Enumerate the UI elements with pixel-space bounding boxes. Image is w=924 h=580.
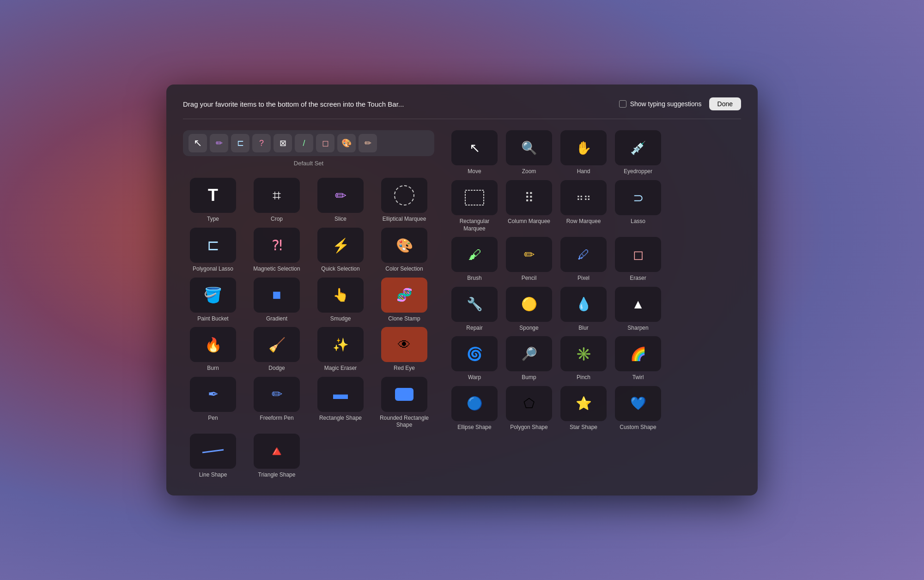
- zoom-label: Zoom: [522, 168, 536, 175]
- tool-crop[interactable]: ⌗ Crop: [247, 178, 307, 223]
- ds-eraser-icon: ◻: [316, 134, 334, 152]
- move-icon-box: ↖: [451, 130, 498, 165]
- tool-custom-shape[interactable]: 💙 Custom Shape: [613, 386, 663, 431]
- clone-stamp-icon-box: 🧬: [381, 278, 427, 313]
- clone-stamp-label: Clone Stamp: [388, 315, 420, 323]
- tool-sharpen[interactable]: ▲ Sharpen: [613, 287, 663, 332]
- tool-triangle-shape[interactable]: 🔺 Triangle Shape: [247, 434, 307, 479]
- pinch-label: Pinch: [577, 374, 590, 381]
- clone-stamp-icon: 🧬: [396, 287, 413, 302]
- tool-paint-bucket[interactable]: 🪣 Paint Bucket: [183, 278, 243, 323]
- ds-pencil-icon: ✏: [210, 134, 228, 152]
- twirl-icon: 🌈: [630, 346, 646, 362]
- tool-pixel[interactable]: 🖊 Pixel: [558, 237, 609, 282]
- tool-warp[interactable]: 🌀 Warp: [449, 336, 500, 381]
- magic-eraser-icon: ✨: [333, 337, 349, 352]
- sponge-icon: 🟡: [521, 296, 537, 312]
- rectangular-marquee-icon: [451, 180, 498, 215]
- tool-elliptical-marquee[interactable]: Elliptical Marquee: [374, 178, 434, 223]
- type-icon-box: T: [190, 178, 236, 213]
- tool-color-selection[interactable]: 🎨 Color Selection: [374, 228, 434, 273]
- crop-label: Crop: [271, 216, 283, 223]
- pen-icon: ✒: [208, 387, 219, 402]
- triangle-shape-icon: 🔺: [267, 442, 286, 460]
- tool-hand[interactable]: ✋ Hand: [558, 130, 609, 175]
- tool-eraser[interactable]: ◻ Eraser: [613, 237, 663, 282]
- tool-red-eye[interactable]: 👁 Red Eye: [374, 327, 434, 372]
- tool-freeform-pen[interactable]: ✏ Freeform Pen: [247, 377, 307, 429]
- typing-suggestions-toggle[interactable]: Show typing suggestions: [619, 100, 702, 108]
- tool-line-shape[interactable]: Line Shape: [183, 434, 243, 479]
- tool-smudge[interactable]: 👆 Smudge: [310, 278, 371, 323]
- sharpen-icon-box: ▲: [615, 287, 661, 322]
- tool-type[interactable]: T Type: [183, 178, 243, 223]
- typing-suggestions-checkbox[interactable]: [619, 100, 626, 108]
- slice-icon-box: ✏: [317, 178, 364, 213]
- polygon-shape-label: Polygon Shape: [510, 424, 547, 431]
- tool-twirl[interactable]: 🌈 Twirl: [613, 336, 663, 381]
- tool-zoom[interactable]: 🔍 Zoom: [504, 130, 554, 175]
- tool-magnetic-selection[interactable]: ⁈ Magnetic Selection: [247, 228, 307, 273]
- right-tools-grid: ↖ Move 🔍 Zoom ✋ Hand 💉: [449, 130, 663, 478]
- freeform-pen-label: Freeform Pen: [260, 415, 293, 422]
- gradient-icon-box: ■: [254, 278, 300, 313]
- tool-repair[interactable]: 🔧 Repair: [449, 287, 500, 332]
- tool-sponge[interactable]: 🟡 Sponge: [504, 287, 554, 332]
- tool-blur[interactable]: 💧 Blur: [558, 287, 609, 332]
- default-set-bar: ↖ ✏ ⊏ ? ⊠ / ◻ 🎨 ✏: [183, 130, 434, 156]
- ellipse-shape-icon: 🔵: [467, 396, 483, 411]
- polygonal-lasso-label: Polygonal Lasso: [193, 266, 233, 273]
- line-shape-icon: [190, 434, 236, 469]
- tool-lasso[interactable]: ⊃ Lasso: [613, 180, 663, 232]
- tool-rectangle-shape[interactable]: ▬ Rectangle Shape: [310, 377, 371, 429]
- pinch-icon-box: ✳️: [560, 336, 607, 371]
- tool-polygon-shape[interactable]: ⬠ Polygon Shape: [504, 386, 554, 431]
- tool-pen[interactable]: ✒ Pen: [183, 377, 243, 429]
- tool-row-marquee[interactable]: ⠶⠶ Row Marquee: [558, 180, 609, 232]
- tool-rounded-rectangle-shape[interactable]: Rounded Rectangle Shape: [374, 377, 434, 429]
- tool-dodge[interactable]: 🧹 Dodge: [247, 327, 307, 372]
- tool-eyedropper[interactable]: 💉 Eyedropper: [613, 130, 663, 175]
- header-right: Show typing suggestions Done: [619, 97, 741, 110]
- polygonal-lasso-icon: ⊏: [207, 236, 219, 254]
- tool-rectangular-marquee[interactable]: Rectangular Marquee: [449, 180, 500, 232]
- elliptical-marquee-label: Elliptical Marquee: [383, 216, 426, 223]
- done-button[interactable]: Done: [709, 97, 741, 110]
- row-marquee-icon: ⠶⠶: [576, 192, 591, 204]
- tool-burn[interactable]: 🔥 Burn: [183, 327, 243, 372]
- tool-slice[interactable]: ✏ Slice: [310, 178, 371, 223]
- gradient-icon: ■: [272, 286, 281, 303]
- repair-icon: 🔧: [467, 296, 483, 312]
- tool-pencil[interactable]: ✏ Pencil: [504, 237, 554, 282]
- ellipse-shape-label: Ellipse Shape: [457, 424, 491, 431]
- pixel-label: Pixel: [578, 275, 590, 282]
- tool-star-shape[interactable]: ⭐ Star Shape: [558, 386, 609, 431]
- eyedropper-label: Eyedropper: [624, 168, 652, 175]
- warp-label: Warp: [468, 374, 481, 381]
- tool-column-marquee[interactable]: ⠿ Column Marquee: [504, 180, 554, 232]
- tool-ellipse-shape[interactable]: 🔵 Ellipse Shape: [449, 386, 500, 431]
- tool-quick-selection[interactable]: ⚡ Quick Selection: [310, 228, 371, 273]
- elliptical-marquee-icon: [394, 185, 414, 205]
- ds-line-icon: /: [295, 134, 313, 152]
- elliptical-marquee-icon-box: [381, 178, 427, 213]
- tool-clone-stamp[interactable]: 🧬 Clone Stamp: [374, 278, 434, 323]
- ds-paint-icon: 🎨: [337, 134, 356, 152]
- rounded-rectangle-shape-label: Rounded Rectangle Shape: [374, 415, 434, 429]
- ds-lasso-icon: ⊏: [231, 134, 249, 152]
- tool-polygonal-lasso[interactable]: ⊏ Polygonal Lasso: [183, 228, 243, 273]
- polygon-shape-icon-box: ⬠: [506, 386, 552, 421]
- tool-magic-eraser[interactable]: ✨ Magic Eraser: [310, 327, 371, 372]
- tool-move[interactable]: ↖ Move: [449, 130, 500, 175]
- tool-brush[interactable]: 🖌 Brush: [449, 237, 500, 282]
- tool-pinch[interactable]: ✳️ Pinch: [558, 336, 609, 381]
- rounded-rectangle-shape-icon-box: [381, 377, 427, 412]
- tool-gradient[interactable]: ■ Gradient: [247, 278, 307, 323]
- magnetic-selection-icon-box: ⁈: [254, 228, 300, 263]
- lasso-label: Lasso: [631, 218, 645, 225]
- pencil-label: Pencil: [522, 275, 537, 282]
- tool-bump[interactable]: 🔎 Bump: [504, 336, 554, 381]
- brush-label: Brush: [467, 275, 481, 282]
- zoom-icon-box: 🔍: [506, 130, 552, 165]
- hand-icon: ✋: [576, 140, 592, 156]
